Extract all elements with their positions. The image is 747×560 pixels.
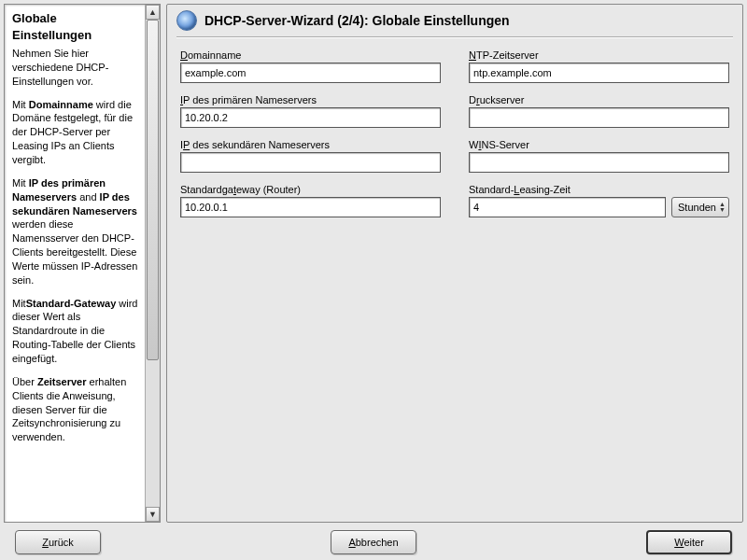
divider bbox=[176, 36, 733, 38]
main-area: Globale Einstellungen Nehmen Sie hier ve… bbox=[4, 4, 743, 523]
cancel-button[interactable]: Abbrechen bbox=[331, 530, 416, 554]
label-secondary-ns: IP des sekundären Nameservers bbox=[180, 139, 441, 150]
field-gateway: Standardgateway (Router) bbox=[180, 184, 441, 217]
help-paragraph: Mit Domainname wird die Domäne festgeleg… bbox=[12, 98, 139, 167]
help-scrollbar[interactable]: ▲ ▼ bbox=[145, 5, 160, 522]
wizard-panel: DHCP-Server-Wizard (2/4): Globale Einste… bbox=[166, 4, 743, 523]
form-area: Domainname IP des primären Nameservers I… bbox=[176, 49, 733, 217]
next-button[interactable]: Weiter bbox=[646, 530, 732, 554]
label-lease: Standard-Leasing-Zeit bbox=[469, 184, 666, 195]
spinner-icon: ▲▼ bbox=[719, 202, 726, 213]
globe-icon bbox=[176, 10, 197, 31]
wizard-title: DHCP-Server-Wizard (2/4): Globale Einste… bbox=[204, 13, 510, 28]
help-panel: Globale Einstellungen Nehmen Sie hier ve… bbox=[4, 4, 161, 523]
label-domainname: Domainname bbox=[180, 49, 441, 61]
input-gateway[interactable] bbox=[180, 197, 441, 217]
help-paragraph: Über Zeitserver erhalten Clients die Anw… bbox=[12, 375, 139, 444]
form-col-left: Domainname IP des primären Nameservers I… bbox=[180, 49, 441, 217]
label-ntp: NTP-Zeitserver bbox=[469, 49, 729, 61]
wizard-header: DHCP-Server-Wizard (2/4): Globale Einste… bbox=[176, 7, 733, 36]
input-wins[interactable] bbox=[469, 152, 729, 173]
help-paragraph: MitStandard-Gateway wird dieser Wert als… bbox=[12, 297, 139, 366]
input-ntp[interactable] bbox=[469, 63, 729, 83]
input-lease[interactable] bbox=[469, 197, 666, 217]
help-content: Globale Einstellungen Nehmen Sie hier ve… bbox=[5, 5, 145, 522]
field-wins: WINS-Server bbox=[469, 139, 729, 173]
form-col-right: NTP-Zeitserver Druckserver WINS-Server S… bbox=[469, 49, 729, 217]
lease-unit-value: Stunden bbox=[678, 202, 716, 213]
field-secondary-ns: IP des sekundären Nameservers bbox=[180, 139, 441, 173]
label-gateway: Standardgateway (Router) bbox=[180, 184, 441, 195]
help-title: Globale Einstellungen bbox=[12, 10, 139, 43]
input-print[interactable] bbox=[469, 107, 729, 128]
scroll-thumb[interactable] bbox=[147, 20, 159, 360]
back-button[interactable]: Zurück bbox=[15, 530, 101, 554]
scroll-down-icon[interactable]: ▼ bbox=[146, 507, 160, 522]
window: Globale Einstellungen Nehmen Sie hier ve… bbox=[0, 0, 747, 560]
field-domainname: Domainname bbox=[180, 49, 441, 83]
input-domainname[interactable] bbox=[180, 63, 441, 83]
field-primary-ns: IP des primären Nameservers bbox=[180, 94, 441, 128]
select-lease-unit[interactable]: Stunden ▲▼ bbox=[671, 197, 729, 217]
scroll-up-icon[interactable]: ▲ bbox=[146, 5, 160, 20]
field-lease: Standard-Leasing-Zeit Stunden ▲▼ bbox=[469, 184, 729, 217]
label-primary-ns: IP des primären Nameservers bbox=[180, 94, 441, 105]
label-print: Druckserver bbox=[469, 94, 729, 105]
input-secondary-ns[interactable] bbox=[180, 152, 441, 173]
field-print: Druckserver bbox=[469, 94, 729, 128]
help-paragraph: Mit IP des primären Nameservers and IP d… bbox=[12, 176, 139, 287]
label-wins: WINS-Server bbox=[469, 139, 729, 150]
input-primary-ns[interactable] bbox=[180, 107, 441, 128]
help-paragraph: Nehmen Sie hier verschiedene DHCP-Einste… bbox=[12, 47, 139, 89]
button-row: Zurück Abbrechen Weiter bbox=[4, 523, 743, 556]
scroll-track[interactable] bbox=[146, 20, 160, 507]
field-ntp: NTP-Zeitserver bbox=[469, 49, 729, 83]
